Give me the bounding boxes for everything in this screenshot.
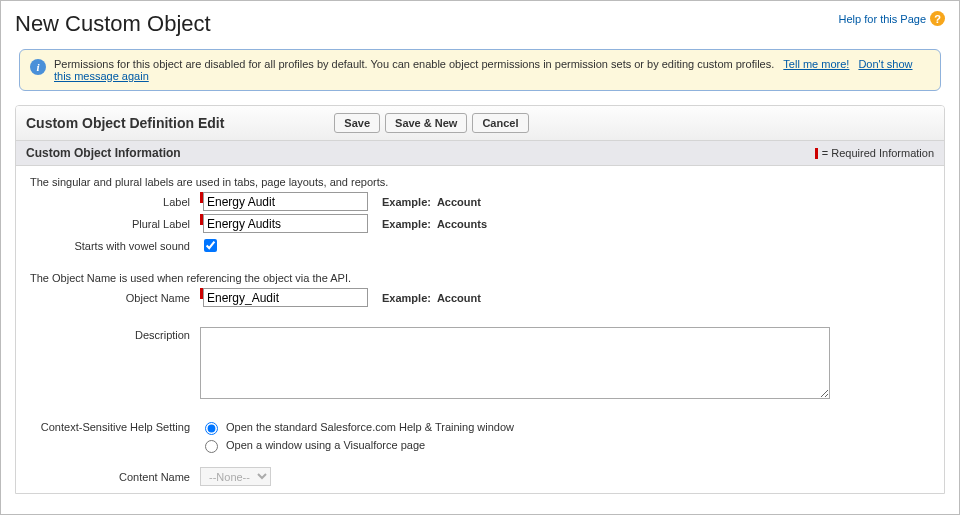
page-title: New Custom Object	[15, 11, 211, 37]
help-option-standard-label: Open the standard Salesforce.com Help & …	[226, 421, 514, 433]
button-group: Save Save & New Cancel	[334, 113, 528, 133]
help-option-standard[interactable]: Open the standard Salesforce.com Help & …	[200, 419, 514, 435]
required-legend: = Required Information	[815, 147, 934, 159]
help-setting-field-label: Context-Sensitive Help Setting	[30, 419, 200, 433]
help-for-page-link[interactable]: Help for this Page ?	[839, 11, 945, 26]
example-plural-value: Accounts	[437, 218, 487, 230]
panel-title: Custom Object Definition Edit	[26, 115, 224, 131]
help-for-page-text: Help for this Page	[839, 13, 926, 25]
tell-me-more-link[interactable]: Tell me more!	[783, 58, 849, 70]
section-title: Custom Object Information	[26, 146, 181, 160]
plural-label-input[interactable]	[203, 214, 368, 233]
help-radio-standard[interactable]	[205, 422, 218, 435]
description-field-label: Description	[30, 327, 200, 341]
info-banner-content: Permissions for this object are disabled…	[54, 58, 930, 82]
section-header: Custom Object Information = Required Inf…	[16, 141, 944, 166]
required-mark-icon	[815, 148, 818, 159]
object-name-input[interactable]	[203, 288, 368, 307]
example-prefix: Example:	[382, 292, 431, 304]
definition-panel: Custom Object Definition Edit Save Save …	[15, 105, 945, 494]
save-and-new-button[interactable]: Save & New	[385, 113, 467, 133]
example-object-name-value: Account	[437, 292, 481, 304]
content-name-field-label: Content Name	[30, 471, 200, 483]
save-button[interactable]: Save	[334, 113, 380, 133]
help-option-vf[interactable]: Open a window using a Visualforce page	[200, 437, 514, 453]
content-name-select: --None--	[200, 467, 271, 486]
label-field-label: Label	[30, 196, 200, 208]
help-radio-vf[interactable]	[205, 440, 218, 453]
cancel-button[interactable]: Cancel	[472, 113, 528, 133]
required-legend-text: = Required Information	[822, 147, 934, 159]
panel-header: Custom Object Definition Edit Save Save …	[16, 106, 944, 141]
helper-text-labels: The singular and plural labels are used …	[30, 176, 930, 188]
info-banner-text: Permissions for this object are disabled…	[54, 58, 774, 70]
vowel-checkbox[interactable]	[204, 239, 217, 252]
vowel-field-label: Starts with vowel sound	[30, 240, 200, 252]
help-option-vf-label: Open a window using a Visualforce page	[226, 439, 425, 451]
example-prefix: Example:	[382, 196, 431, 208]
info-banner: i Permissions for this object are disabl…	[19, 49, 941, 91]
example-label-value: Account	[437, 196, 481, 208]
example-prefix: Example:	[382, 218, 431, 230]
label-input[interactable]	[203, 192, 368, 211]
description-input[interactable]	[200, 327, 830, 399]
help-icon: ?	[930, 11, 945, 26]
plural-label-field-label: Plural Label	[30, 218, 200, 230]
info-icon: i	[30, 59, 46, 75]
object-name-field-label: Object Name	[30, 292, 200, 304]
helper-text-api: The Object Name is used when referencing…	[30, 272, 930, 284]
